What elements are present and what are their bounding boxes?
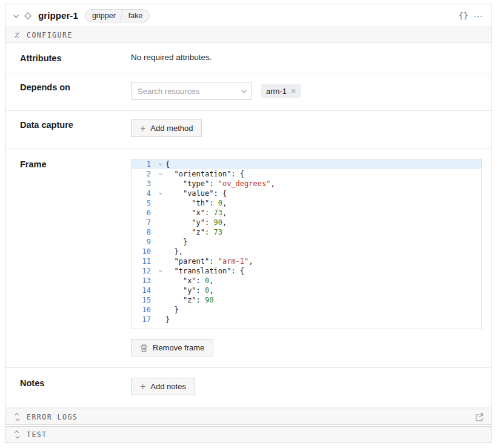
code-text: } <box>165 237 481 247</box>
section-configure[interactable]: CONFIGURE <box>5 27 492 43</box>
add-notes-label: Add notes <box>150 382 186 391</box>
code-text: "z": 90 <box>165 295 481 305</box>
notes-label: Notes <box>20 378 131 395</box>
line-number: 13 <box>132 276 155 286</box>
fold-gutter <box>155 179 165 189</box>
fold-gutter <box>155 218 165 227</box>
json-mode-icon[interactable]: {} <box>459 11 469 20</box>
fold-gutter <box>155 295 165 305</box>
code-text: "th": 0, <box>165 198 481 208</box>
line-number: 9 <box>132 237 155 247</box>
code-line[interactable]: 14 "y": 0, <box>132 286 481 295</box>
row-depends-on: Depends on Search resources arm-1 × <box>5 73 492 111</box>
line-number: 14 <box>132 286 155 295</box>
line-number: 11 <box>132 256 155 266</box>
row-data-capture: Data capture + Add method <box>5 111 492 149</box>
line-number: 17 <box>132 315 155 324</box>
fold-gutter <box>155 305 165 315</box>
code-line[interactable]: 15 "z": 90 <box>132 295 481 305</box>
attributes-value: No required attributes. <box>131 53 477 63</box>
remove-frame-label: Remove frame <box>153 343 204 352</box>
open-logs-external-icon[interactable] <box>475 413 484 421</box>
code-line[interactable]: 3 "type": "ov_degrees", <box>132 179 481 189</box>
code-line[interactable]: 1{ <box>132 159 481 169</box>
select-chevron-icon <box>241 88 246 93</box>
collapse-chevron-icon[interactable] <box>13 13 18 18</box>
section-error-logs-label: ERROR LOGS <box>27 413 78 421</box>
add-method-button[interactable]: + Add method <box>131 119 202 137</box>
code-line[interactable]: 11 "parent": "arm-1", <box>132 256 481 266</box>
line-number: 12 <box>132 266 155 276</box>
component-header: gripper-1 gripper fake {} ... <box>5 4 492 27</box>
tag-type: gripper <box>85 10 121 22</box>
line-number: 3 <box>132 179 155 189</box>
code-text: { <box>165 159 481 169</box>
code-text: "z": 73 <box>165 227 481 237</box>
line-number: 1 <box>132 159 155 169</box>
expand-section-icon[interactable] <box>13 431 21 438</box>
row-attributes: Attributes No required attributes. <box>5 43 492 73</box>
code-text: "value": { <box>165 189 481 198</box>
code-line[interactable]: 9 } <box>132 237 481 247</box>
fold-chevron-icon[interactable] <box>155 266 165 276</box>
code-line[interactable]: 17} <box>132 315 481 324</box>
line-number: 5 <box>132 198 155 208</box>
dependency-name: arm-1 <box>266 87 287 96</box>
fold-chevron-icon[interactable] <box>155 169 165 179</box>
code-text: "translation": { <box>165 266 481 276</box>
code-line[interactable]: 16 } <box>132 305 481 315</box>
code-text: "orientation": { <box>165 169 481 179</box>
row-notes: Notes + Add notes <box>5 368 492 407</box>
fold-gutter <box>155 198 165 208</box>
line-number: 7 <box>132 218 155 227</box>
line-number: 15 <box>132 295 155 305</box>
code-text: } <box>165 305 481 315</box>
section-error-logs[interactable]: ERROR LOGS <box>5 409 492 425</box>
code-text: "y": 90, <box>165 218 481 227</box>
fold-chevron-icon[interactable] <box>155 189 165 198</box>
code-line[interactable]: 7 "y": 90, <box>132 218 481 227</box>
data-capture-label: Data capture <box>20 119 131 137</box>
component-title: gripper-1 <box>38 10 78 21</box>
line-number: 2 <box>132 169 155 179</box>
expand-section-icon[interactable] <box>13 413 21 420</box>
add-notes-button[interactable]: + Add notes <box>131 378 195 395</box>
frame-json-editor[interactable]: 1{2 "orientation": {3 "type": "ov_degree… <box>131 159 482 329</box>
code-text: } <box>165 315 481 324</box>
fold-gutter <box>155 208 165 218</box>
code-text: }, <box>165 247 481 256</box>
code-editor-lines: 1{2 "orientation": {3 "type": "ov_degree… <box>132 159 481 324</box>
section-test[interactable]: TEST <box>5 426 492 443</box>
line-number: 4 <box>132 189 155 198</box>
code-text: "parent": "arm-1", <box>165 256 481 266</box>
code-text: "type": "ov_degrees", <box>165 179 481 189</box>
collapse-section-icon[interactable] <box>13 32 21 38</box>
code-line[interactable]: 2 "orientation": { <box>132 169 481 179</box>
section-configure-label: CONFIGURE <box>27 31 73 39</box>
component-card: gripper-1 gripper fake {} ... CONFIGURE … <box>5 4 492 407</box>
more-menu-icon[interactable]: ... <box>473 9 483 22</box>
depends-search-input[interactable]: Search resources <box>131 82 252 100</box>
fold-gutter <box>155 315 165 324</box>
code-line[interactable]: 4 "value": { <box>132 189 481 198</box>
section-test-label: TEST <box>27 430 47 439</box>
fold-gutter <box>155 256 165 266</box>
code-line[interactable]: 10 }, <box>132 247 481 256</box>
code-line[interactable]: 6 "x": 73, <box>132 208 481 218</box>
frame-label: Frame <box>20 159 131 356</box>
tag-model: fake <box>122 10 150 22</box>
remove-frame-button[interactable]: Remove frame <box>131 339 213 356</box>
code-line[interactable]: 8 "z": 73 <box>132 227 481 237</box>
plus-icon: + <box>140 124 145 133</box>
fold-chevron-icon[interactable] <box>155 159 165 169</box>
depends-on-label: Depends on <box>20 82 131 100</box>
line-number: 10 <box>132 247 155 256</box>
code-line[interactable]: 12 "translation": { <box>132 266 481 276</box>
remove-dependency-icon[interactable]: × <box>291 87 296 95</box>
row-frame: Frame 1{2 "orientation": {3 "type": "ov_… <box>5 149 492 368</box>
code-line[interactable]: 13 "x": 0, <box>132 276 481 286</box>
dependency-chip: arm-1 × <box>261 84 301 98</box>
trash-icon <box>140 344 148 352</box>
code-line[interactable]: 5 "th": 0, <box>132 198 481 208</box>
fold-gutter <box>155 286 165 295</box>
